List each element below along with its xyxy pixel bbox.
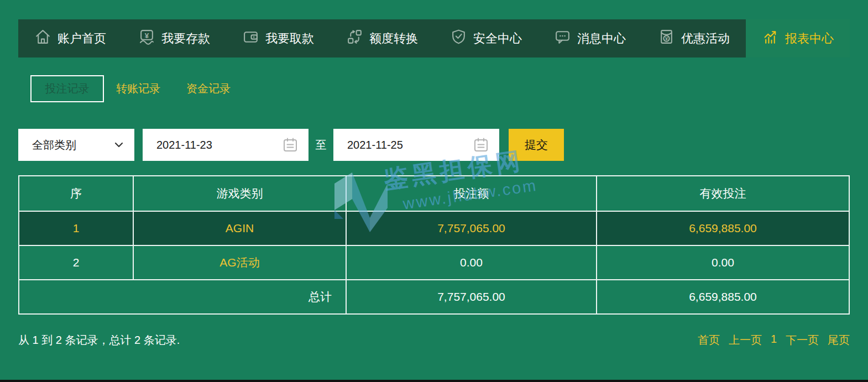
tab-transfer-records[interactable]: 转账记录 xyxy=(116,81,160,96)
row2-game-category-link[interactable]: AG活动 xyxy=(134,246,346,279)
category-select[interactable]: 全部类别 xyxy=(18,129,134,161)
tab-bet-records[interactable]: 投注记录 xyxy=(30,75,104,102)
pagination-last[interactable]: 尾页 xyxy=(828,333,850,348)
row1-valid-bet: 6,659,885.00 xyxy=(597,212,849,245)
nav-item-label: 安全中心 xyxy=(473,30,522,47)
tab-label: 投注记录 xyxy=(45,81,90,96)
table-footer: 从 1 到 2 条记录，总计 2 条记录. 首页 上一页 1 下一页 尾页 xyxy=(18,333,850,348)
tab-fund-records[interactable]: 资金记录 xyxy=(186,81,231,96)
total-label: 总计 xyxy=(19,280,346,313)
nav-item-message-center[interactable]: 消息中心 xyxy=(538,19,642,57)
bet-records-table: 序 游戏类别 投注额 有效投注 1 AGIN 7,757,065.00 6,65… xyxy=(18,175,850,315)
row2-valid-bet: 0.00 xyxy=(597,246,849,279)
row2-index: 2 xyxy=(19,246,133,279)
row1-game-category-link[interactable]: AGIN xyxy=(134,212,346,245)
security-shield-icon xyxy=(450,28,467,49)
date-from-field[interactable]: 2021-11-23 xyxy=(143,129,308,161)
nav-item-label: 报表中心 xyxy=(785,30,834,47)
nav-item-label: 消息中心 xyxy=(577,30,626,47)
col-header-valid-bet: 有效投注 xyxy=(597,176,849,211)
submit-button[interactable]: 提交 xyxy=(509,129,564,161)
nav-item-account-home[interactable]: 账户首页 xyxy=(18,19,122,57)
record-tabs: 投注记录 转账记录 资金记录 xyxy=(30,75,257,102)
pagination-prev[interactable]: 上一页 xyxy=(729,333,762,348)
chevron-down-icon xyxy=(112,138,126,154)
col-header-bet-amount: 投注额 xyxy=(347,176,596,211)
pagination-page-1[interactable]: 1 xyxy=(771,333,777,348)
nav-item-label: 账户首页 xyxy=(57,30,106,47)
nav-item-label: 额度转换 xyxy=(369,30,418,47)
row1-bet-amount: 7,757,065.00 xyxy=(347,212,596,245)
window-bottom-edge xyxy=(0,380,868,382)
nav-item-label: 优惠活动 xyxy=(681,30,730,47)
nav-item-quota-transfer[interactable]: 额度转换 xyxy=(330,19,434,57)
total-valid-bet: 6,659,885.00 xyxy=(597,280,849,313)
withdraw-wallet-icon xyxy=(242,28,259,49)
nav-item-withdraw[interactable]: 我要取款 xyxy=(226,19,330,57)
date-to-field[interactable]: 2021-11-25 xyxy=(333,129,499,161)
date-to-value: 2021-11-25 xyxy=(347,139,403,151)
report-chart-icon xyxy=(762,28,779,49)
date-range-to-label: 至 xyxy=(308,129,333,161)
pagination-next[interactable]: 下一页 xyxy=(786,333,819,348)
calendar-icon[interactable] xyxy=(282,137,299,156)
pagination-first[interactable]: 首页 xyxy=(698,333,720,348)
svg-text:¥: ¥ xyxy=(665,36,668,41)
nav-item-label: 我要取款 xyxy=(265,30,314,47)
filter-bar: 全部类别 2021-11-23 至 2021-11-25 提交 xyxy=(0,129,868,161)
row2-bet-amount: 0.00 xyxy=(347,246,596,279)
calendar-icon[interactable] xyxy=(473,137,489,156)
promo-packet-icon: ¥ xyxy=(658,28,675,49)
pagination: 首页 上一页 1 下一页 尾页 xyxy=(698,333,850,348)
nav-item-deposit[interactable]: ¥ 我要存款 xyxy=(122,19,226,57)
date-from-value: 2021-11-23 xyxy=(156,139,212,151)
total-bet-amount: 7,757,065.00 xyxy=(347,280,596,313)
col-header-index: 序 xyxy=(19,176,133,211)
message-bubble-icon xyxy=(554,28,571,49)
tab-label: 转账记录 xyxy=(116,82,160,95)
svg-text:¥: ¥ xyxy=(145,32,149,40)
top-nav: 账户首页 ¥ 我要存款 我要取款 额度转换 安全中心 消息中心 ¥ 优惠活动 xyxy=(18,19,850,57)
nav-item-security-center[interactable]: 安全中心 xyxy=(434,19,538,57)
tab-label: 资金记录 xyxy=(186,82,231,95)
nav-item-label: 我要存款 xyxy=(161,30,210,47)
quota-transfer-icon xyxy=(346,28,363,49)
home-icon xyxy=(34,28,51,49)
col-header-game-category: 游戏类别 xyxy=(134,176,346,211)
records-info: 从 1 到 2 条记录，总计 2 条记录. xyxy=(18,333,180,348)
deposit-icon: ¥ xyxy=(138,28,155,49)
nav-item-report-center[interactable]: 报表中心 xyxy=(746,19,850,57)
nav-item-promotions[interactable]: ¥ 优惠活动 xyxy=(642,19,746,57)
category-select-value: 全部类别 xyxy=(32,138,76,153)
row1-index: 1 xyxy=(19,212,133,245)
